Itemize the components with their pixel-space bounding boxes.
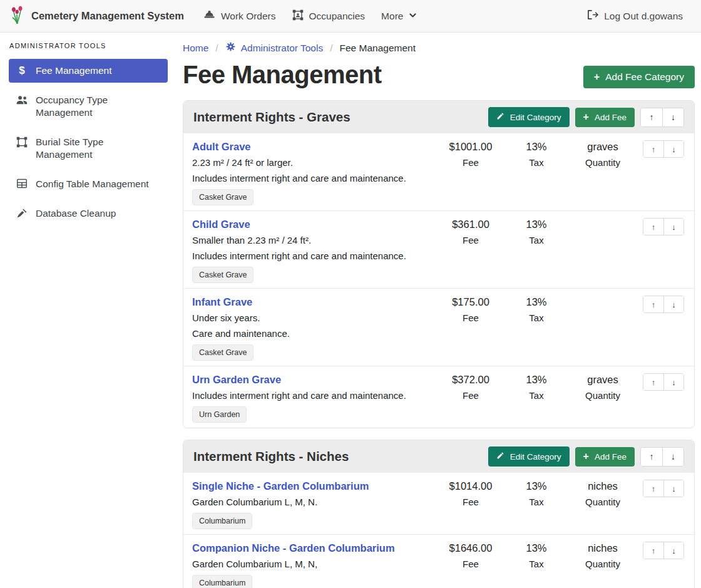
fee-amount-label: Fee	[436, 496, 505, 508]
fee-move-up-button[interactable]: ↑	[643, 296, 663, 312]
sidebar-item-database-cleanup[interactable]: Database Cleanup	[9, 202, 168, 225]
fee-move-up-button[interactable]: ↑	[643, 141, 663, 157]
fee-type-badge: Casket Grave	[192, 189, 253, 205]
fee-quantity: niches	[568, 542, 638, 555]
sidebar-item-label: Fee Management	[36, 64, 112, 77]
breadcrumb-home-link[interactable]: Home	[183, 43, 208, 54]
edit-category-label: Edit Category	[510, 452, 561, 462]
fee-move-up-button[interactable]: ↑	[643, 542, 663, 559]
fee-move-down-button[interactable]: ↓	[663, 542, 683, 559]
fee-row: Infant Grave Under six years. Care and m…	[183, 288, 694, 366]
sidebar-item-label: Database Cleanup	[36, 207, 116, 220]
fee-name-link[interactable]: Single Niche - Garden Columbarium	[192, 480, 369, 493]
gear-icon	[225, 41, 236, 54]
fee-amount-label: Fee	[436, 558, 505, 570]
fee-tax-label: Tax	[505, 558, 568, 570]
fee-amount: $1001.00	[436, 140, 505, 153]
fee-move-down-button[interactable]: ↓	[663, 374, 683, 390]
fee-name-link[interactable]: Adult Grave	[192, 140, 251, 153]
category-move-up-button[interactable]: ↑	[641, 448, 662, 466]
hard-hat-icon	[203, 9, 215, 23]
fee-type-badge: Casket Grave	[192, 267, 253, 283]
fee-description: Garden Columbarium L, M, N.	[192, 496, 436, 508]
sidebar-item-occupancy-type[interactable]: Occupancy Type Management	[9, 88, 168, 125]
nav-more-label: More	[381, 11, 403, 22]
fee-move-up-button[interactable]: ↑	[643, 219, 663, 235]
sidebar-item-fee-management[interactable]: $ Fee Management	[9, 59, 168, 83]
fee-type-badge: Casket Grave	[192, 344, 253, 361]
fee-row: Single Niche - Garden Columbarium Garden…	[183, 473, 694, 534]
nav-work-orders[interactable]: Work Orders	[195, 4, 284, 28]
add-fee-category-button[interactable]: + Add Fee Category	[583, 66, 695, 88]
fee-amount: $372.00	[436, 373, 505, 386]
fee-tax: 13%	[505, 480, 568, 493]
fee-reorder-group: ↑ ↓	[643, 218, 684, 235]
sidebar-heading: ADMINISTRATOR TOOLS	[9, 42, 168, 49]
fee-amount-label: Fee	[436, 234, 505, 247]
fee-amount: $175.00	[436, 296, 505, 309]
fee-reorder-group: ↑ ↓	[643, 542, 684, 559]
top-navbar: Cemetery Management System Work Orders O	[0, 0, 701, 33]
logout-icon	[586, 9, 598, 23]
add-fee-button[interactable]: + Add Fee	[575, 447, 635, 467]
breadcrumb-admin-tools-link[interactable]: Administrator Tools	[225, 41, 324, 54]
sidebar-item-config-table[interactable]: Config Table Management	[9, 172, 168, 196]
sidebar-item-label: Config Table Management	[36, 178, 149, 190]
logout-button[interactable]: Log Out d.gowans	[578, 4, 691, 28]
sidebar-item-burial-site-type[interactable]: Burial Site Type Management	[9, 130, 168, 167]
fee-amount: $361.00	[436, 218, 505, 231]
fee-move-down-button[interactable]: ↓	[663, 219, 683, 235]
vector-square-icon	[15, 137, 29, 148]
fee-amount-label: Fee	[436, 157, 505, 169]
plus-icon: +	[594, 73, 600, 81]
fee-name-link[interactable]: Child Grave	[192, 218, 250, 231]
fee-amount: $1014.00	[436, 480, 505, 493]
fee-description: Includes interment right and care and ma…	[192, 250, 436, 262]
fee-description: Includes interment right and care and ma…	[192, 172, 436, 185]
edit-category-button[interactable]: Edit Category	[488, 446, 570, 467]
fee-type-badge: Columbarium	[192, 575, 252, 588]
fee-category-card: Interment Rights - Graves Edit Category …	[183, 100, 695, 428]
fee-quantity: graves	[568, 373, 638, 386]
add-fee-category-label: Add Fee Category	[605, 71, 684, 83]
brand[interactable]: Cemetery Management System	[10, 6, 184, 27]
fee-quantity-label: Quantity	[568, 157, 638, 169]
nav-work-orders-label: Work Orders	[221, 11, 276, 22]
add-fee-button[interactable]: + Add Fee	[575, 108, 635, 127]
edit-category-label: Edit Category	[510, 113, 561, 122]
category-header: Interment Rights - Graves Edit Category …	[183, 101, 694, 133]
edit-category-button[interactable]: Edit Category	[488, 107, 570, 127]
fee-tax: 13%	[505, 373, 568, 386]
users-icon	[15, 95, 29, 105]
breadcrumb-current: Fee Management	[340, 43, 416, 54]
fee-move-down-button[interactable]: ↓	[663, 141, 683, 157]
fee-tax-label: Tax	[505, 234, 568, 247]
occupancy-frame-icon	[292, 9, 304, 23]
fee-name-link[interactable]: Urn Garden Grave	[192, 373, 281, 386]
fee-quantity-label: Quantity	[568, 496, 638, 508]
page-header: Fee Management + Add Fee Category	[183, 59, 695, 89]
fee-quantity-label: Quantity	[568, 389, 638, 402]
fee-move-down-button[interactable]: ↓	[663, 296, 683, 312]
nav-occupancies[interactable]: Occupancies	[284, 4, 374, 28]
main-content: Home / Administrator Tool	[175, 33, 701, 588]
fee-move-up-button[interactable]: ↑	[643, 480, 663, 497]
fee-name-link[interactable]: Infant Grave	[192, 296, 252, 309]
fee-name-link[interactable]: Companion Niche - Garden Columbarium	[192, 542, 395, 555]
fee-tax: 13%	[505, 542, 568, 555]
fee-tax-label: Tax	[505, 312, 568, 324]
category-move-up-button[interactable]: ↑	[641, 108, 662, 126]
breadcrumb-admin-tools-label: Administrator Tools	[241, 43, 324, 54]
fee-move-up-button[interactable]: ↑	[643, 374, 663, 390]
plus-icon: +	[583, 113, 589, 121]
fee-move-down-button[interactable]: ↓	[663, 480, 683, 497]
nav-more[interactable]: More	[373, 6, 425, 27]
fee-row: Urn Garden Grave Includes interment righ…	[183, 366, 694, 428]
category-reorder-group: ↑ ↓	[640, 108, 684, 127]
category-move-down-button[interactable]: ↓	[662, 108, 683, 126]
category-actions: Edit Category + Add Fee ↑ ↓	[488, 107, 684, 127]
fee-tax: 13%	[505, 296, 568, 309]
breadcrumb: Home / Administrator Tool	[183, 41, 695, 54]
category-move-down-button[interactable]: ↓	[662, 448, 683, 466]
category-title: Interment Rights - Niches	[193, 449, 349, 464]
